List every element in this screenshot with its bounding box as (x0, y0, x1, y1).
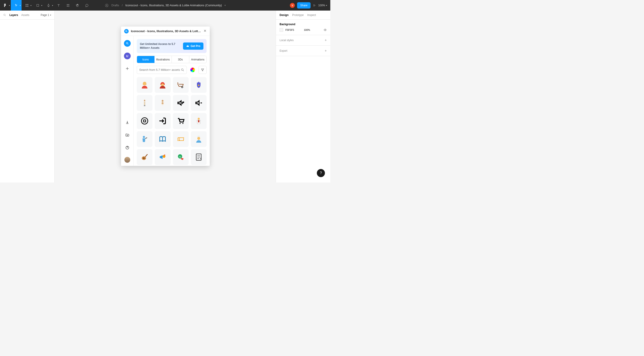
shape-tool-button[interactable]: ▾ (32, 0, 43, 11)
background-hex[interactable]: F5F5F5 (286, 29, 297, 31)
svg-point-11 (182, 86, 183, 88)
share-button[interactable]: Share (297, 2, 310, 9)
user-avatar[interactable]: V (290, 3, 295, 8)
muslim-man-avatar-icon (194, 135, 203, 143)
icon-stop-circle[interactable] (137, 113, 152, 129)
chevron-down-icon: ▾ (20, 4, 21, 6)
app-toolbar: ▾ ▾ ▾ ▾ ▾ Drafts (0, 0, 330, 11)
add-export-button[interactable]: + (325, 49, 327, 53)
background-row: F5F5F5 100% (280, 28, 327, 32)
tab-illustrations[interactable]: Illustrations (154, 56, 172, 63)
tab-layers[interactable]: Layers (10, 14, 18, 17)
icon-ticket[interactable] (173, 131, 188, 147)
export-section: Export + (276, 46, 330, 56)
svg-point-8 (182, 69, 183, 70)
help-fab[interactable]: ? (317, 169, 325, 177)
log-in-arrow-icon (158, 117, 167, 125)
tab-icons[interactable]: Icons (137, 56, 154, 63)
invoice-dollar-icon: $ (194, 153, 203, 161)
stop-circle-icon (140, 117, 149, 125)
tab-animations[interactable]: Animations (189, 56, 206, 63)
present-icon[interactable] (313, 4, 316, 7)
toolbar-tools: ▾ ▾ ▾ ▾ ▾ (0, 0, 92, 11)
get-pro-button[interactable]: Get Pro (183, 43, 204, 50)
ticket-icon (176, 135, 185, 143)
move-tool-button[interactable]: ▾ (11, 0, 22, 11)
wheelbarrow-icon (176, 81, 185, 89)
icon-person-female-avatar[interactable] (137, 77, 152, 93)
megaphone-bulb-icon (158, 153, 167, 161)
resources-button[interactable] (63, 0, 73, 11)
svg-point-23 (143, 157, 144, 159)
close-button[interactable] (204, 29, 206, 33)
icon-firefighter-avatar[interactable] (155, 77, 170, 93)
asset-type-tabs: Icons Illustrations 3Ds Animations (137, 56, 206, 63)
file-title[interactable]: Iconscout - Icons, Illustrations, 3D Ass… (125, 4, 222, 7)
background-opacity[interactable]: 100% (304, 29, 310, 31)
pen-tool-button[interactable]: ▾ (43, 0, 54, 11)
search-icon[interactable] (3, 14, 6, 17)
icon-invoice-dollar[interactable]: $ (191, 149, 206, 165)
icon-person-standing[interactable] (137, 95, 152, 111)
resources-icon (66, 4, 70, 7)
eye-icon[interactable] (324, 28, 327, 32)
icon-wheelbarrow[interactable] (173, 77, 188, 93)
add-style-button[interactable]: + (325, 38, 327, 42)
svg-point-13 (144, 100, 145, 101)
tab-design[interactable]: Design (280, 14, 288, 17)
icon-muslim-man-avatar[interactable] (191, 131, 206, 147)
toolbar-right: V Share 100% ▾ (290, 2, 330, 9)
sidebar-search-button[interactable] (124, 40, 131, 47)
layers-panel: Layers Assets Page 1 ▾ (0, 11, 54, 182)
tab-inspect[interactable]: Inspect (307, 14, 316, 17)
zoom-control[interactable]: 100% ▾ (318, 4, 327, 7)
filter-button[interactable] (198, 66, 206, 74)
sidebar-profile-avatar[interactable] (124, 157, 130, 163)
icon-open-book[interactable] (155, 131, 170, 147)
text-tool-button[interactable] (54, 0, 63, 11)
volume-up-icon (176, 99, 185, 107)
sidebar-download-button[interactable] (124, 119, 131, 126)
breadcrumb-project[interactable]: Drafts (112, 4, 119, 7)
sidebar-help-button[interactable] (124, 144, 131, 151)
right-panel-tabs: Design Prototype Inspect (276, 11, 330, 20)
icon-megaphone-bulb[interactable] (155, 149, 170, 165)
icon-log-in-arrow[interactable] (155, 113, 170, 129)
icon-lute-instrument[interactable] (137, 149, 152, 165)
icon-volume-down[interactable] (191, 95, 206, 111)
sidebar-user-button[interactable]: U (124, 53, 131, 59)
comment-tool-button[interactable] (82, 0, 92, 11)
chevron-down-icon[interactable]: ▾ (224, 4, 226, 7)
sidebar-folder-add-button[interactable] (124, 132, 131, 138)
svg-point-6 (126, 42, 128, 44)
icon-volume-up[interactable] (173, 95, 188, 111)
svg-point-18 (182, 123, 184, 124)
icon-jesus-figure[interactable] (191, 113, 206, 129)
background-swatch[interactable] (280, 28, 283, 32)
icon-shopping-cart[interactable] (173, 113, 188, 129)
search-icon[interactable] (181, 68, 184, 72)
tab-assets[interactable]: Assets (21, 14, 30, 17)
icon-person-teaching[interactable] (137, 131, 152, 147)
icon-hamsa-hand[interactable] (191, 77, 206, 93)
export-label: Export (280, 49, 288, 52)
frame-tool-button[interactable]: ▾ (22, 0, 32, 11)
sidebar-add-button[interactable] (124, 65, 131, 72)
icon-sale-tag-bubble[interactable]: % (173, 149, 188, 165)
hand-tool-button[interactable] (73, 0, 82, 11)
person-female-avatar-icon (140, 81, 149, 89)
figma-menu-button[interactable]: ▾ (0, 0, 11, 11)
tab-3ds[interactable]: 3Ds (172, 56, 189, 63)
svg-rect-16 (144, 120, 146, 122)
plus-icon (125, 67, 129, 71)
page-selector[interactable]: Page 1 ▾ (41, 14, 51, 17)
search-input[interactable] (139, 68, 181, 72)
open-book-icon (158, 135, 167, 143)
search-box (137, 66, 187, 74)
chevron-down-icon: ▾ (326, 4, 327, 7)
color-filter-button[interactable] (188, 66, 197, 74)
chevron-down-icon: ▾ (9, 4, 10, 6)
tab-prototype[interactable]: Prototype (292, 14, 304, 17)
breadcrumb-separator: / (122, 4, 123, 7)
icon-person-praying[interactable] (155, 95, 170, 111)
